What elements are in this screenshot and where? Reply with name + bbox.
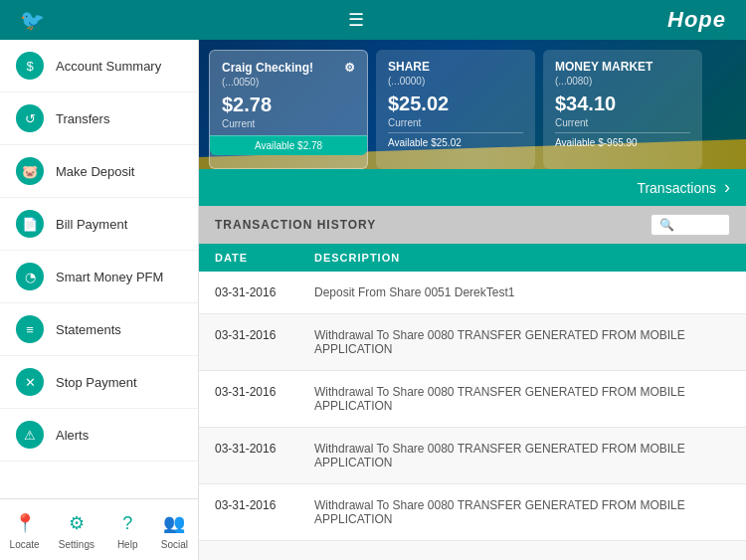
statements-icon: ≡: [16, 315, 44, 343]
menu-icon[interactable]: ☰: [348, 9, 364, 31]
money-market-available: Available $-965.90: [555, 132, 690, 148]
sidebar-label-account-summary: Account Summary: [56, 59, 161, 74]
tx-date: 03-31-2016: [215, 385, 314, 413]
table-row: 03-31-2016 Withdrawal To Share 0080 TRAN…: [199, 314, 746, 371]
checking-number: (...0050): [222, 77, 355, 88]
history-title: TRANSACTION HISTORY: [215, 218, 376, 232]
content-area: Craig Checking! ⚙ (...0050) $2.78 Curren…: [199, 40, 746, 560]
gear-icon[interactable]: ⚙: [344, 61, 355, 75]
transactions-label: Transactions: [637, 180, 716, 196]
sidebar-item-statements[interactable]: ≡ Statements: [0, 303, 198, 356]
help-icon: ?: [113, 509, 141, 537]
alert-icon: ⚠: [16, 421, 44, 449]
col-desc-header: DESCRIPTION: [314, 252, 730, 264]
dollar-icon: $: [16, 52, 44, 80]
transaction-rows: 03-31-2016 Deposit From Share 0051 Derek…: [199, 272, 746, 541]
sidebar-label-transfers: Transfers: [56, 111, 109, 126]
top-bar: 🐦 ☰ Hope: [0, 0, 746, 40]
locate-icon: 📍: [11, 509, 39, 537]
sidebar-label-smart-money: Smart Money PFM: [56, 270, 163, 284]
history-search-input[interactable]: [651, 214, 730, 236]
sidebar-label-alerts: Alerts: [56, 428, 89, 443]
checking-title: Craig Checking! ⚙: [222, 61, 355, 75]
money-market-status: Current: [555, 117, 690, 128]
sidebar-bottom-locate[interactable]: 📍 Locate: [10, 509, 40, 550]
tx-description: Withdrawal To Share 0080 TRANSFER GENERA…: [314, 498, 730, 526]
money-market-title: MONEY MARKET: [555, 60, 690, 74]
transfer-icon: ↺: [16, 104, 44, 132]
checking-amount: $2.78: [222, 93, 355, 116]
bill-icon: 📄: [16, 210, 44, 238]
cards-container: Craig Checking! ⚙ (...0050) $2.78 Curren…: [199, 40, 746, 169]
account-card-share[interactable]: SHARE (...0000) $25.02 Current Available…: [376, 50, 535, 169]
share-amount: $25.02: [388, 93, 523, 115]
sidebar-item-smart-money[interactable]: ◔ Smart Money PFM: [0, 251, 198, 303]
money-market-amount: $34.10: [555, 93, 690, 115]
share-available: Available $25.02: [388, 132, 523, 148]
tx-description: Withdrawal To Share 0080 TRANSFER GENERA…: [314, 385, 730, 413]
bird-icon: 🐦: [20, 8, 45, 32]
col-date-header: DATE: [215, 252, 314, 264]
table-row: 03-31-2016 Deposit From Share 0051 Derek…: [199, 272, 746, 314]
pfm-icon: ◔: [16, 263, 44, 290]
deposit-icon: 🐷: [16, 157, 44, 185]
help-label: Help: [117, 539, 138, 550]
social-label: Social: [161, 539, 188, 550]
sidebar: $ Account Summary ↺ Transfers 🐷 Make Dep…: [0, 40, 199, 560]
app-logo: Hope: [667, 7, 726, 33]
tx-date: 03-31-2016: [215, 498, 314, 526]
locate-label: Locate: [10, 539, 40, 550]
account-card-money-market[interactable]: MONEY MARKET (...0080) $34.10 Current Av…: [543, 50, 702, 169]
social-icon: 👥: [160, 509, 188, 537]
checking-status: Current: [222, 118, 355, 129]
account-card-checking[interactable]: Craig Checking! ⚙ (...0050) $2.78 Curren…: [209, 50, 368, 169]
sidebar-item-make-deposit[interactable]: 🐷 Make Deposit: [0, 145, 198, 198]
share-status: Current: [388, 117, 523, 128]
sidebar-item-stop-payment[interactable]: ✕ Stop Payment: [0, 356, 198, 409]
settings-icon: ⚙: [63, 509, 91, 537]
table-row: 03-31-2016 Withdrawal To Share 0080 TRAN…: [199, 428, 746, 484]
history-header: TRANSACTION HISTORY: [199, 206, 746, 244]
sidebar-bottom-social[interactable]: 👥 Social: [160, 509, 188, 550]
sidebar-bottom-settings[interactable]: ⚙ Settings: [59, 509, 94, 550]
stop-icon: ✕: [16, 368, 44, 396]
sidebar-label-stop-payment: Stop Payment: [56, 375, 137, 390]
sidebar-bottom-help[interactable]: ? Help: [113, 509, 141, 550]
sidebar-bottom: 📍 Locate ⚙ Settings ? Help 👥 Social: [0, 498, 198, 560]
tx-date: 03-31-2016: [215, 328, 314, 356]
table-row: 03-31-2016 Withdrawal To Share 0080 TRAN…: [199, 371, 746, 428]
share-title: SHARE: [388, 60, 523, 74]
table-row: 03-31-2016 Withdrawal To Share 0080 TRAN…: [199, 484, 746, 541]
sidebar-label-make-deposit: Make Deposit: [56, 164, 134, 179]
sidebar-label-statements: Statements: [56, 322, 121, 337]
transactions-arrow-icon: ›: [724, 177, 730, 198]
table-header: DATE DESCRIPTION: [199, 244, 746, 272]
transactions-bar[interactable]: Transactions ›: [199, 169, 746, 206]
transaction-history: TRANSACTION HISTORY DATE DESCRIPTION 03-…: [199, 206, 746, 560]
tx-date: 03-31-2016: [215, 285, 314, 299]
settings-label: Settings: [59, 539, 94, 550]
sidebar-nav: $ Account Summary ↺ Transfers 🐷 Make Dep…: [0, 40, 198, 498]
sidebar-item-bill-payment[interactable]: 📄 Bill Payment: [0, 198, 198, 251]
checking-available: Available $2.78: [210, 135, 367, 155]
tx-description: Deposit From Share 0051 DerekTest1: [314, 285, 730, 299]
sidebar-item-transfers[interactable]: ↺ Transfers: [0, 93, 198, 145]
main-layout: $ Account Summary ↺ Transfers 🐷 Make Dep…: [0, 40, 746, 560]
money-market-number: (...0080): [555, 76, 690, 87]
tx-date: 03-31-2016: [215, 442, 314, 469]
share-number: (...0000): [388, 76, 523, 87]
tx-description: Withdrawal To Share 0080 TRANSFER GENERA…: [314, 442, 730, 469]
sidebar-label-bill-payment: Bill Payment: [56, 217, 127, 232]
tx-description: Withdrawal To Share 0080 TRANSFER GENERA…: [314, 328, 730, 356]
sidebar-item-alerts[interactable]: ⚠ Alerts: [0, 409, 198, 462]
sidebar-item-account-summary[interactable]: $ Account Summary: [0, 40, 198, 93]
